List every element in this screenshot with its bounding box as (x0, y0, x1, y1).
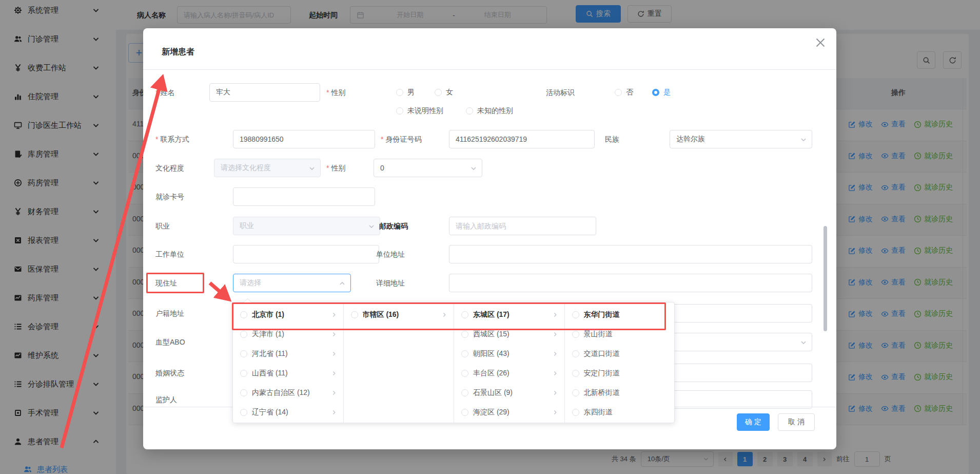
radio-icon (240, 409, 247, 416)
chevron-right-icon (552, 331, 558, 337)
cascader-option-label: 安定门街道 (584, 369, 620, 378)
radio-icon (572, 350, 579, 357)
cascader-option[interactable]: 北新桥街道 (565, 383, 675, 403)
chevron-down-icon (308, 165, 316, 172)
detail-address-label: 详细地址 (376, 278, 405, 288)
cascader-option[interactable]: 山西省 (11) (233, 364, 343, 383)
postcode-input[interactable] (449, 217, 596, 235)
chevron-right-icon (331, 331, 337, 337)
chevron-right-icon (552, 409, 558, 415)
chevron-down-icon (800, 136, 807, 143)
cascader-option[interactable]: 辽宁省 (14) (233, 403, 343, 422)
radio-icon (240, 350, 247, 357)
radio-icon (461, 331, 468, 338)
radio-icon (240, 370, 247, 377)
cascader-option[interactable]: 天津市 (1) (233, 325, 343, 344)
gender-radio-female[interactable]: 女 (435, 87, 453, 98)
cascader-option[interactable]: 朝阳区 (43) (454, 344, 564, 364)
radio-icon (572, 311, 579, 318)
modal-scrollbar[interactable] (824, 226, 827, 331)
chevron-right-icon (331, 409, 337, 415)
cascader-option[interactable]: 丰台区 (26) (454, 364, 564, 383)
radio-icon (466, 107, 473, 115)
radio-icon (435, 89, 442, 96)
address-cascader-dropdown: 北京市 (1)天津市 (1)河北省 (11)山西省 (11)内蒙古自治区 (12… (232, 302, 675, 423)
radio-icon (461, 370, 468, 377)
chevron-right-icon (552, 370, 558, 376)
chevron-down-icon (800, 339, 807, 346)
modal-header-divider (143, 69, 836, 70)
chevron-right-icon (552, 312, 558, 318)
cascader-option[interactable]: 石景山区 (9) (454, 383, 564, 403)
close-icon[interactable] (814, 36, 827, 49)
id-number-label: *身份证号码 (381, 134, 421, 144)
cascader-option-label: 丰台区 (26) (473, 369, 509, 378)
cascader-option[interactable]: 东城区 (17) (454, 305, 564, 325)
household-address-label: 户籍地址 (155, 308, 184, 318)
radio-icon (572, 331, 579, 338)
cascader-option-label: 辽宁省 (14) (252, 408, 288, 417)
id-number-input[interactable] (449, 130, 595, 148)
blood-type-label: 血型ABO (155, 337, 185, 347)
occupation-select[interactable]: 职业 (233, 217, 380, 235)
cascader-option[interactable]: 西城区 (15) (454, 325, 564, 344)
cascader-option[interactable]: 安定门街道 (565, 364, 675, 383)
chevron-right-icon (331, 390, 337, 396)
marital-status-label: 婚姻状态 (155, 368, 184, 378)
radio-icon (572, 389, 579, 396)
postcode-label: 邮政编码 (379, 221, 408, 231)
radio-icon (240, 311, 247, 318)
chevron-right-icon (441, 312, 447, 318)
gender-code-select[interactable]: 0 (374, 159, 482, 177)
cascader-option-label: 东城区 (17) (473, 310, 509, 319)
modal-title: 新增患者 (162, 47, 194, 58)
cascader-option[interactable]: 北京市 (1) (233, 305, 343, 325)
cascader-option[interactable]: 景山街道 (565, 325, 675, 344)
gender-radio-unexplained[interactable]: 未说明性别 (396, 106, 443, 116)
cascader-option[interactable]: 海淀区 (29) (454, 403, 564, 422)
cascader-option[interactable]: 交道口街道 (565, 344, 675, 364)
gender-label: *性别 (326, 87, 345, 98)
education-select[interactable]: 请选择文化程度 (214, 159, 321, 177)
cascader-column-1: 北京市 (1)天津市 (1)河北省 (11)山西省 (11)内蒙古自治区 (12… (233, 302, 344, 423)
nation-select[interactable]: 达斡尔族 (670, 130, 812, 148)
page: 系统管理门诊管理收费工作站住院管理门诊医生工作站库房管理药房管理财务管理报表管理… (0, 0, 980, 474)
gender-radio-male[interactable]: 男 (396, 87, 415, 98)
cancel-button[interactable]: 取 消 (778, 413, 815, 431)
contact-input[interactable] (233, 130, 375, 148)
active-flag-radio-yes[interactable]: 是 (652, 87, 671, 98)
occupation-label: 职业 (155, 221, 170, 231)
name-input[interactable] (209, 83, 320, 102)
gender-code-label: *性别 (326, 163, 345, 173)
radio-icon (240, 331, 247, 338)
active-flag-label: 活动标识 (546, 87, 575, 98)
chevron-right-icon (331, 370, 337, 376)
unit-address-label: 单位地址 (376, 249, 405, 259)
work-unit-input[interactable] (233, 245, 379, 263)
chevron-right-icon (552, 351, 558, 357)
chevron-right-icon (552, 390, 558, 396)
current-address-cascader[interactable]: 请选择 (233, 274, 351, 292)
radio-icon (396, 89, 403, 96)
visit-card-label: 就诊卡号 (155, 192, 184, 202)
cascader-option-label: 天津市 (1) (252, 330, 284, 339)
nation-label: 民族 (605, 134, 619, 144)
confirm-button[interactable]: 确 定 (737, 413, 770, 431)
radio-icon (461, 350, 468, 357)
unit-address-input[interactable] (449, 245, 812, 263)
chevron-down-icon (368, 223, 375, 230)
education-label: 文化程度 (155, 163, 184, 173)
cascader-option-label: 东四街道 (584, 408, 613, 417)
active-flag-radio-no[interactable]: 否 (615, 87, 633, 98)
guardian-label: 监护人 (155, 394, 177, 405)
cascader-option[interactable]: 河北省 (11) (233, 344, 343, 364)
gender-radio-unknown[interactable]: 未知的性别 (466, 106, 513, 116)
cascader-option[interactable]: 东四街道 (565, 403, 675, 422)
visit-card-input[interactable] (233, 187, 375, 206)
cascader-column-2: 市辖区 (16) (344, 302, 455, 423)
name-label: *姓名 (155, 87, 174, 98)
cascader-option[interactable]: 东华门街道 (565, 305, 675, 325)
cascader-option[interactable]: 内蒙古自治区 (12) (233, 383, 343, 403)
cascader-option[interactable]: 市辖区 (16) (344, 305, 454, 325)
detail-address-input[interactable] (449, 274, 812, 292)
